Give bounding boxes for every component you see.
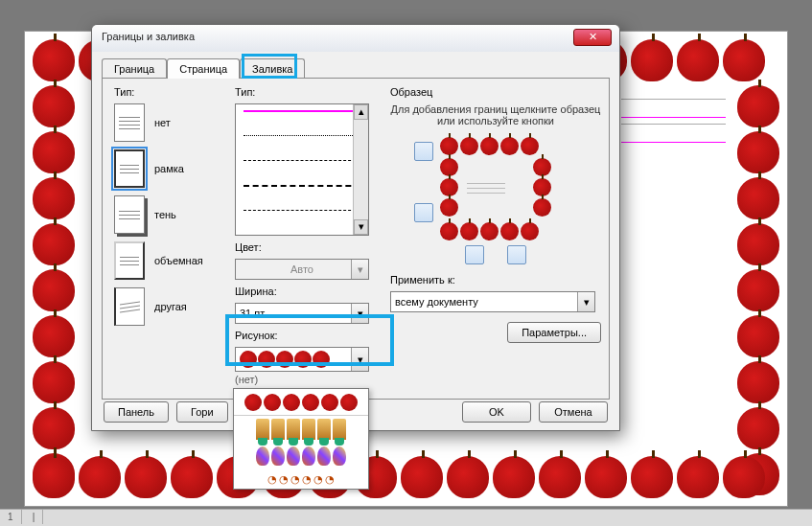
doc-border-left [31, 83, 77, 497]
setting-none[interactable]: нет [114, 103, 229, 142]
art-option-candies[interactable] [234, 443, 368, 469]
setting-3d-label: объемная [154, 255, 203, 266]
horizontal-line-button[interactable]: Гори [176, 401, 228, 423]
apply-to-combo[interactable]: всему документу ▾ [390, 291, 595, 312]
preview-text-icon [467, 179, 505, 197]
tab-page[interactable]: Страница [167, 58, 240, 79]
box-icon [114, 149, 145, 188]
style-dashdot[interactable] [244, 210, 360, 229]
preview-label: Образец [390, 86, 601, 98]
tab-border[interactable]: Граница [102, 58, 167, 79]
art-option-brushes[interactable] [234, 416, 368, 443]
setting-box-label: рамка [154, 163, 184, 174]
threeD-icon [114, 241, 145, 280]
panel-button[interactable]: Панель [104, 401, 169, 423]
dialog-title: Границы и заливка [102, 31, 195, 42]
preview-pane [414, 136, 577, 241]
preview-hint: Для добавления границ щелкните образец и… [390, 103, 601, 126]
borders-shading-dialog: Границы и заливка ✕ Граница Страница Зал… [91, 24, 620, 431]
setting-custom-label: другая [154, 301, 187, 312]
edge-top-button[interactable] [414, 142, 433, 161]
highlight-page-tab [242, 54, 297, 79]
scroll-up-icon[interactable]: ▴ [354, 104, 368, 120]
status-cell: | [25, 510, 44, 524]
style-dashed-thin[interactable] [244, 160, 360, 179]
setting-shadow-label: тень [154, 209, 176, 220]
status-cell: 1 [0, 510, 22, 524]
highlight-art-combo [225, 314, 394, 366]
tab-strip: Граница Страница Заливка [92, 52, 619, 78]
shadow-icon [114, 195, 145, 234]
style-dotted[interactable] [244, 135, 360, 154]
doc-border-right [735, 83, 781, 497]
art-option-misc[interactable]: ◔◔◔◔◔◔ [234, 469, 368, 489]
edge-right-button[interactable] [507, 245, 526, 264]
doc-magenta-line [621, 99, 726, 118]
doc-border-bottom [31, 454, 767, 500]
setting-custom[interactable]: другая [114, 287, 229, 326]
color-label: Цвет: [235, 241, 379, 253]
style-scrollbar[interactable]: ▴▾ [353, 104, 368, 235]
setting-box[interactable]: рамка [114, 149, 229, 188]
dialog-body: Тип: нет рамка тень объемная другая [102, 78, 610, 400]
style-listbox[interactable]: ▴▾ [235, 103, 369, 236]
style-label: Тип: [235, 86, 379, 98]
edge-left-button[interactable] [465, 245, 484, 264]
chevron-down-icon[interactable]: ▾ [577, 292, 594, 311]
setting-none-label: нет [154, 117, 171, 128]
art-option-apples[interactable] [234, 389, 368, 416]
doc-magenta-line [621, 124, 726, 143]
setting-shadow[interactable]: тень [114, 195, 229, 234]
style-solid[interactable] [244, 110, 360, 129]
art-dropdown-list[interactable]: ◔◔◔◔◔◔ [233, 388, 369, 490]
width-label: Ширина: [235, 286, 379, 297]
scroll-down-icon[interactable]: ▾ [354, 219, 368, 235]
options-button[interactable]: Параметры... [507, 322, 601, 343]
color-combo[interactable]: Авто ▾ [235, 259, 369, 280]
apply-label: Применить к: [390, 274, 601, 286]
status-bar: 1 | [0, 509, 812, 526]
ok-button[interactable]: OK [462, 401, 531, 423]
close-button[interactable]: ✕ [573, 29, 612, 46]
close-icon: ✕ [589, 31, 597, 42]
cancel-button[interactable]: Отмена [539, 401, 608, 423]
dialog-titlebar[interactable]: Границы и заливка ✕ [92, 25, 619, 52]
custom-icon [114, 287, 145, 326]
edge-bottom-button[interactable] [414, 203, 433, 222]
setting-3d[interactable]: объемная [114, 241, 229, 280]
style-dashed[interactable] [244, 185, 360, 204]
apply-to-value: всему документу [395, 296, 478, 308]
color-value: Авто [290, 263, 313, 275]
type-label: Тип: [114, 86, 229, 98]
none-icon [114, 103, 145, 142]
chevron-down-icon[interactable]: ▾ [351, 260, 368, 279]
art-none-label: (нет) [235, 374, 379, 385]
